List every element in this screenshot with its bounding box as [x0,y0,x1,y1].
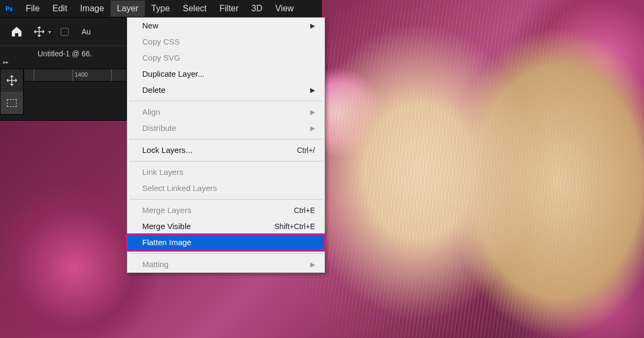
submenu-arrow-icon: ▶ [310,259,315,270]
submenu-arrow-icon: ▶ [310,122,315,134]
ruler-mark: 1400 [75,71,87,78]
menu-3d[interactable]: 3D [245,1,269,17]
marquee-tool-button[interactable] [1,92,23,114]
menu-item-label: Link Layers [142,166,184,178]
menu-item-label: Matting [142,259,169,270]
menu-item-label: Duplicate Layer... [142,68,204,80]
menu-item-copy-css: Copy CSS [127,34,325,50]
menu-select[interactable]: Select [177,1,213,17]
auto-select-label-fragment: Au [82,27,91,36]
menu-image[interactable]: Image [74,1,110,17]
move-tool-button[interactable] [1,69,23,92]
menu-bar: Ps File Edit Image Layer Type Select Fil… [0,0,322,17]
menu-separator [129,161,323,161]
menu-item-label: Copy SVG [142,52,180,64]
chevron-down-icon[interactable]: ▾ [48,29,51,35]
photoshop-ui-panel: ▾ Au Untitled-1 @ 66. ▸▸ 1400 [0,0,127,121]
layer-menu-dropdown: New▶Copy CSSCopy SVGDuplicate Layer...De… [127,17,325,273]
menu-item-distribute: Distribute▶ [127,120,325,136]
menu-item-label: Flatten Image [142,237,192,248]
menu-item-label: Copy CSS [142,36,180,48]
menu-item-label: Select Linked Layers [142,182,217,194]
menu-item-shortcut: Ctrl+E [294,204,315,216]
menu-item-label: Lock Layers... [142,144,192,156]
menu-layer[interactable]: Layer [111,1,145,17]
menu-separator [129,101,323,101]
home-icon[interactable] [10,25,24,38]
marquee-icon [7,99,17,107]
options-bar: ▾ Au [0,17,127,46]
submenu-arrow-icon: ▶ [310,106,315,118]
menu-item-lock-layers[interactable]: Lock Layers...Ctrl+/ [127,142,325,158]
menu-item-label: Merge Visible [142,221,191,232]
horizontal-ruler: 1400 [24,69,127,82]
tools-panel [0,69,24,115]
menu-item-align: Align▶ [127,104,325,120]
auto-select-checkbox[interactable] [61,28,69,36]
document-tab[interactable]: Untitled-1 @ 66. [38,49,92,58]
menu-item-delete[interactable]: Delete▶ [127,82,325,98]
menu-item-label: Delete [142,84,165,96]
menu-item-copy-svg: Copy SVG [127,50,325,66]
menu-type[interactable]: Type [145,1,177,17]
menu-item-matting: Matting▶ [127,256,325,273]
menu-item-flatten-image[interactable]: Flatten Image [127,234,325,251]
menu-item-duplicate-layer[interactable]: Duplicate Layer... [127,66,325,82]
move-tool-icon[interactable] [33,26,45,38]
menu-item-merge-visible[interactable]: Merge VisibleShift+Ctrl+E [127,218,325,234]
menu-filter[interactable]: Filter [213,1,245,17]
menu-separator [129,199,323,200]
menu-edit[interactable]: Edit [46,1,74,17]
submenu-arrow-icon: ▶ [310,20,315,32]
menu-item-merge-layers: Merge LayersCtrl+E [127,202,325,218]
app-logo[interactable]: Ps [3,4,15,13]
menu-item-shortcut: Ctrl+/ [297,144,315,156]
menu-separator [129,139,323,139]
menu-view[interactable]: View [269,1,300,17]
menu-item-label: Distribute [142,122,176,134]
menu-item-label: Align [142,106,160,118]
menu-item-label: Merge Layers [142,204,192,216]
menu-separator [129,253,323,254]
menu-file[interactable]: File [19,1,46,17]
menu-item-select-linked-layers: Select Linked Layers [127,180,325,196]
menu-item-link-layers: Link Layers [127,164,325,180]
menu-item-new[interactable]: New▶ [127,18,325,34]
expand-panels-icon[interactable]: ▸▸ [3,59,9,65]
menu-item-label: New [142,20,158,32]
submenu-arrow-icon: ▶ [310,84,315,96]
menu-item-shortcut: Shift+Ctrl+E [275,221,315,232]
